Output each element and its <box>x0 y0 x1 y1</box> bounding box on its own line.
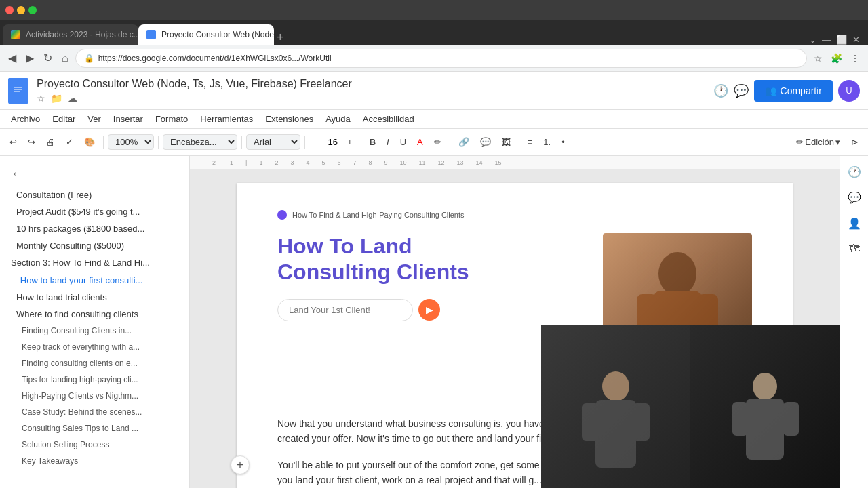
right-comment-icon[interactable]: 💬 <box>844 187 865 207</box>
edit-mode-button[interactable]: ✏ Edición ▾ <box>792 134 844 150</box>
docs-header: Proyecto Consultor Web (Node, Ts, Js, Vu… <box>0 72 868 110</box>
refresh-button[interactable]: ↻ <box>41 49 55 67</box>
link-button[interactable]: 🔗 <box>454 134 473 150</box>
tab-favicon-google <box>11 30 20 39</box>
menu-extensiones[interactable]: Extensiones <box>260 111 319 127</box>
bullet-list-button[interactable]: • <box>557 134 569 150</box>
main-layout: ← Consultation (Free) Project Audit ($54… <box>0 156 868 488</box>
menu-formato[interactable]: Formato <box>150 111 193 127</box>
cloud-icon[interactable]: ☁ <box>68 93 77 104</box>
underline-button[interactable]: U <box>396 134 410 150</box>
right-people-icon[interactable]: 👤 <box>844 213 865 233</box>
share-icon: 👥 <box>765 85 776 96</box>
tab-bar-controls: ⌄ — ⬜ ✕ <box>809 35 860 45</box>
print-button[interactable]: 🖨 <box>42 134 59 150</box>
doc-cta-area: ▶ <box>277 299 589 321</box>
menu-button[interactable]: ⋮ <box>848 50 863 66</box>
star-icon[interactable]: ☆ <box>37 93 45 104</box>
format-toolbar: ↩ ↪ 🖨 ✓ 🎨 100% Encabeza... Arial − 16 + … <box>0 129 868 156</box>
history-button[interactable]: 🕐 <box>713 83 728 98</box>
share-button[interactable]: 👥 Compartir <box>754 80 833 102</box>
cta-play-button[interactable]: ▶ <box>418 299 440 321</box>
user-avatar[interactable]: U <box>838 80 860 102</box>
back-button[interactable]: ◀ <box>5 49 19 67</box>
sidebar-item-land-first[interactable]: – How to land your first consulti... <box>0 271 189 289</box>
sidebar-item-finding-consulting[interactable]: Finding Consulting Clients in... <box>0 323 189 339</box>
sidebar-item-monthly[interactable]: Monthly Consulting ($5000) <box>0 237 189 254</box>
svg-rect-17 <box>783 402 799 436</box>
forward-button[interactable]: ▶ <box>23 49 37 67</box>
docs-title-icons: ☆ 📁 ☁ <box>37 93 705 104</box>
sidebar-item-sales-tips[interactable]: Consulting Sales Tips to Land ... <box>0 420 189 436</box>
italic-button[interactable]: I <box>382 134 393 150</box>
svg-rect-11 <box>595 400 636 468</box>
tab-proyecto[interactable]: Proyecto Consultor Web (Node... ✕ <box>138 24 274 45</box>
bold-button[interactable]: B <box>366 134 380 150</box>
menu-insertar[interactable]: Insertar <box>108 111 149 127</box>
address-bar[interactable]: 🔒 https://docs.google.com/document/d/1eX… <box>75 49 807 68</box>
collapse-sidebar-button[interactable]: ⊳ <box>847 134 863 150</box>
sidebar-item-trial-clients[interactable]: How to land trial clients <box>0 289 189 306</box>
tab-bar: Actividades 2023 - Hojas de c... ✕ Proye… <box>0 20 868 45</box>
browser-chrome <box>0 0 868 20</box>
sidebar-item-project-audit[interactable]: Project Audit ($549 it's going t... <box>0 203 189 220</box>
menu-ayuda[interactable]: Ayuda <box>320 111 356 127</box>
docs-title[interactable]: Proyecto Consultor Web (Node, Ts, Js, Vu… <box>37 78 705 90</box>
sidebar-item-10hrs[interactable]: 10 hrs packages ($1800 based... <box>0 220 189 237</box>
sidebar-item-keep-track[interactable]: Keep track of everything with a... <box>0 339 189 355</box>
font-select[interactable]: Arial <box>246 134 300 150</box>
sidebar-item-tips-landing[interactable]: Tips for landing high-paying cli... <box>0 371 189 388</box>
highlight-button[interactable]: ✏ <box>430 134 446 150</box>
doc-header-bar: How To Find & Land High-Paying Consultin… <box>277 210 752 220</box>
menu-herramientas[interactable]: Herramientas <box>195 111 258 127</box>
sidebar-item-high-paying-vs[interactable]: High-Paying Clients vs Nigthm... <box>0 388 189 404</box>
home-button[interactable]: ⌂ <box>59 49 71 67</box>
increase-font-button[interactable]: + <box>343 134 357 150</box>
text-color-button[interactable]: A <box>413 134 427 150</box>
sidebar-item-finding-on-e[interactable]: Finding consulting clients on e... <box>0 355 189 371</box>
paint-format-button[interactable]: 🎨 <box>80 134 99 150</box>
decrease-font-button[interactable]: − <box>309 134 323 150</box>
share-label: Compartir <box>781 85 822 96</box>
heading-select[interactable]: Encabeza... <box>163 134 237 150</box>
spell-check-button[interactable]: ✓ <box>62 134 77 150</box>
sidebar-item-case-study[interactable]: Case Study: Behind the scenes... <box>0 404 189 420</box>
menu-archivo[interactable]: Archivo <box>5 111 45 127</box>
tab-actividades[interactable]: Actividades 2023 - Hojas de c... ✕ <box>3 24 138 45</box>
zoom-select[interactable]: 100% <box>108 134 154 150</box>
font-size-display: 16 <box>326 137 340 147</box>
right-map-icon[interactable]: 🗺 <box>844 239 865 259</box>
cta-input[interactable] <box>277 299 413 321</box>
document-outline-sidebar: ← Consultation (Free) Project Audit ($54… <box>0 156 190 488</box>
pencil-icon: ✏ <box>796 137 804 147</box>
video-right-person <box>690 325 840 488</box>
sidebar-item-solution-selling[interactable]: Solution Selling Process <box>0 436 189 453</box>
right-history-icon[interactable]: 🕐 <box>844 161 865 182</box>
menu-editar[interactable]: Editar <box>47 111 81 127</box>
add-tab-button[interactable]: + <box>277 30 284 45</box>
tab-label-actividades: Actividades 2023 - Hojas de c... <box>26 30 138 39</box>
menu-ver[interactable]: Ver <box>82 111 106 127</box>
bookmarks-button[interactable]: ☆ <box>811 50 825 66</box>
window-controls <box>5 6 37 14</box>
svg-rect-1 <box>14 87 22 88</box>
folder-icon[interactable]: 📁 <box>51 93 62 104</box>
sidebar-item-key-takeaways[interactable]: Key Takeaways <box>0 453 189 469</box>
docs-actions: 🕐 💬 👥 Compartir U <box>713 80 860 102</box>
image-button[interactable]: 🖼 <box>498 134 515 150</box>
svg-rect-2 <box>14 89 22 90</box>
add-page-button[interactable]: + <box>231 455 250 474</box>
sidebar-item-section3[interactable]: Section 3: How To Find & Land Hi... <box>0 254 189 271</box>
align-button[interactable]: ≡ <box>524 134 537 150</box>
menu-accesibilidad[interactable]: Accesibilidad <box>357 111 420 127</box>
sidebar-item-consultation[interactable]: Consultation (Free) <box>0 186 189 203</box>
comment-insert-button[interactable]: 💬 <box>476 134 495 150</box>
redo-button[interactable]: ↪ <box>24 134 39 150</box>
numbered-list-button[interactable]: 1. <box>539 134 555 150</box>
sidebar-back-button[interactable]: ← <box>0 161 189 186</box>
undo-button[interactable]: ↩ <box>5 134 21 150</box>
comment-button[interactable]: 💬 <box>734 83 749 98</box>
docs-logo <box>8 78 28 104</box>
extensions-button[interactable]: 🧩 <box>828 50 845 66</box>
sidebar-item-where-to-find[interactable]: Where to find consulting clients <box>0 306 189 323</box>
